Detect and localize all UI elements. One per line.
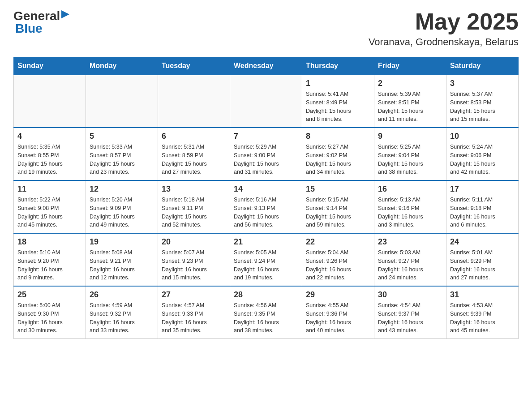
day-info: Sunrise: 5:05 AM Sunset: 9:24 PM Dayligh… [234,248,298,282]
day-number: 16 [378,184,442,194]
calendar-week-row-2: 4Sunrise: 5:35 AM Sunset: 8:55 PM Daylig… [14,128,519,180]
title-section: May 2025 Voranava, Grodnenskaya, Belarus [369,9,519,48]
day-info: Sunrise: 5:20 AM Sunset: 9:09 PM Dayligh… [90,196,154,229]
calendar-week-row-3: 11Sunrise: 5:22 AM Sunset: 9:08 PM Dayli… [14,180,519,233]
calendar-week-row-5: 25Sunrise: 5:00 AM Sunset: 9:30 PM Dayli… [14,286,519,339]
day-number: 17 [450,184,515,194]
calendar-cell: 3Sunrise: 5:37 AM Sunset: 8:53 PM Daylig… [446,75,519,128]
calendar-cell: 31Sunrise: 4:53 AM Sunset: 9:39 PM Dayli… [446,286,519,339]
calendar-cell: 10Sunrise: 5:24 AM Sunset: 9:06 PM Dayli… [446,128,519,180]
calendar-cell: 5Sunrise: 5:33 AM Sunset: 8:57 PM Daylig… [86,128,158,180]
day-info: Sunrise: 5:08 AM Sunset: 9:21 PM Dayligh… [90,248,154,282]
day-info: Sunrise: 5:10 AM Sunset: 9:20 PM Dayligh… [17,248,82,282]
calendar-cell: 25Sunrise: 5:00 AM Sunset: 9:30 PM Dayli… [14,286,86,339]
day-info: Sunrise: 5:16 AM Sunset: 9:13 PM Dayligh… [234,196,298,229]
calendar-cell: 19Sunrise: 5:08 AM Sunset: 9:21 PM Dayli… [86,233,158,286]
calendar-cell: 23Sunrise: 5:03 AM Sunset: 9:27 PM Dayli… [374,233,446,286]
calendar-header-tuesday: Tuesday [158,57,230,75]
day-info: Sunrise: 4:54 AM Sunset: 9:37 PM Dayligh… [378,301,442,335]
calendar-cell: 1Sunrise: 5:41 AM Sunset: 8:49 PM Daylig… [302,75,374,128]
day-number: 20 [162,237,226,247]
day-number: 7 [234,132,298,141]
day-number: 14 [234,184,298,194]
day-number: 1 [306,79,370,88]
logo: General Blue [13,9,69,36]
calendar-cell [86,75,158,128]
day-info: Sunrise: 5:33 AM Sunset: 8:57 PM Dayligh… [90,143,154,176]
day-info: Sunrise: 5:35 AM Sunset: 8:55 PM Dayligh… [17,143,82,176]
day-number: 26 [90,290,154,300]
page-header: General Blue May 2025 Voranava, Grodnens… [13,9,519,48]
calendar-cell: 16Sunrise: 5:13 AM Sunset: 9:16 PM Dayli… [374,180,446,233]
calendar-cell: 21Sunrise: 5:05 AM Sunset: 9:24 PM Dayli… [230,233,302,286]
day-number: 28 [234,290,298,300]
day-number: 24 [450,237,515,247]
day-info: Sunrise: 5:15 AM Sunset: 9:14 PM Dayligh… [306,196,370,229]
logo-arrow-icon [61,10,69,20]
calendar-cell: 8Sunrise: 5:27 AM Sunset: 9:02 PM Daylig… [302,128,374,180]
day-number: 10 [450,132,515,141]
day-number: 19 [90,237,154,247]
calendar-cell: 6Sunrise: 5:31 AM Sunset: 8:59 PM Daylig… [158,128,230,180]
day-number: 4 [17,132,82,141]
calendar-cell: 18Sunrise: 5:10 AM Sunset: 9:20 PM Dayli… [14,233,86,286]
day-info: Sunrise: 5:25 AM Sunset: 9:04 PM Dayligh… [378,143,442,176]
day-number: 13 [162,184,226,194]
calendar-cell: 15Sunrise: 5:15 AM Sunset: 9:14 PM Dayli… [302,180,374,233]
day-info: Sunrise: 5:31 AM Sunset: 8:59 PM Dayligh… [162,143,226,176]
calendar-cell: 13Sunrise: 5:18 AM Sunset: 9:11 PM Dayli… [158,180,230,233]
day-info: Sunrise: 5:27 AM Sunset: 9:02 PM Dayligh… [306,143,370,176]
day-number: 27 [162,290,226,300]
day-info: Sunrise: 5:22 AM Sunset: 9:08 PM Dayligh… [17,196,82,229]
calendar-table: SundayMondayTuesdayWednesdayThursdayFrid… [13,57,519,339]
day-info: Sunrise: 5:00 AM Sunset: 9:30 PM Dayligh… [17,301,82,335]
calendar-cell: 24Sunrise: 5:01 AM Sunset: 9:29 PM Dayli… [446,233,519,286]
day-info: Sunrise: 5:41 AM Sunset: 8:49 PM Dayligh… [306,90,370,124]
day-info: Sunrise: 4:55 AM Sunset: 9:36 PM Dayligh… [306,301,370,335]
calendar-cell: 4Sunrise: 5:35 AM Sunset: 8:55 PM Daylig… [14,128,86,180]
day-info: Sunrise: 5:07 AM Sunset: 9:23 PM Dayligh… [162,248,226,282]
day-number: 8 [306,132,370,141]
calendar-cell: 17Sunrise: 5:11 AM Sunset: 9:18 PM Dayli… [446,180,519,233]
month-year-heading: May 2025 [369,9,519,34]
calendar-cell: 7Sunrise: 5:29 AM Sunset: 9:00 PM Daylig… [230,128,302,180]
day-number: 21 [234,237,298,247]
calendar-cell: 12Sunrise: 5:20 AM Sunset: 9:09 PM Dayli… [86,180,158,233]
day-info: Sunrise: 5:01 AM Sunset: 9:29 PM Dayligh… [450,248,515,282]
day-number: 2 [378,79,442,88]
calendar-week-row-1: 1Sunrise: 5:41 AM Sunset: 8:49 PM Daylig… [14,75,519,128]
calendar-cell: 14Sunrise: 5:16 AM Sunset: 9:13 PM Dayli… [230,180,302,233]
day-info: Sunrise: 5:04 AM Sunset: 9:26 PM Dayligh… [306,248,370,282]
day-info: Sunrise: 5:29 AM Sunset: 9:00 PM Dayligh… [234,143,298,176]
calendar-cell: 26Sunrise: 4:59 AM Sunset: 9:32 PM Dayli… [86,286,158,339]
location-text: Voranava, Grodnenskaya, Belarus [369,36,519,48]
calendar-cell: 27Sunrise: 4:57 AM Sunset: 9:33 PM Dayli… [158,286,230,339]
calendar-cell: 30Sunrise: 4:54 AM Sunset: 9:37 PM Dayli… [374,286,446,339]
day-info: Sunrise: 5:37 AM Sunset: 8:53 PM Dayligh… [450,90,515,124]
day-number: 25 [17,290,82,300]
calendar-header-sunday: Sunday [14,57,86,75]
calendar-cell [14,75,86,128]
day-info: Sunrise: 5:18 AM Sunset: 9:11 PM Dayligh… [162,196,226,229]
day-number: 15 [306,184,370,194]
calendar-header-row: SundayMondayTuesdayWednesdayThursdayFrid… [14,57,519,75]
calendar-header-thursday: Thursday [302,57,374,75]
calendar-cell: 2Sunrise: 5:39 AM Sunset: 8:51 PM Daylig… [374,75,446,128]
day-number: 29 [306,290,370,300]
day-info: Sunrise: 5:13 AM Sunset: 9:16 PM Dayligh… [378,196,442,229]
day-number: 31 [450,290,515,300]
day-number: 11 [17,184,82,194]
day-info: Sunrise: 4:59 AM Sunset: 9:32 PM Dayligh… [90,301,154,335]
day-info: Sunrise: 5:24 AM Sunset: 9:06 PM Dayligh… [450,143,515,176]
day-info: Sunrise: 4:57 AM Sunset: 9:33 PM Dayligh… [162,301,226,335]
calendar-cell: 9Sunrise: 5:25 AM Sunset: 9:04 PM Daylig… [374,128,446,180]
day-info: Sunrise: 4:53 AM Sunset: 9:39 PM Dayligh… [450,301,515,335]
day-number: 23 [378,237,442,247]
calendar-cell [230,75,302,128]
day-number: 3 [450,79,515,88]
day-info: Sunrise: 4:56 AM Sunset: 9:35 PM Dayligh… [234,301,298,335]
logo-blue-text: Blue [15,21,69,36]
calendar-week-row-4: 18Sunrise: 5:10 AM Sunset: 9:20 PM Dayli… [14,233,519,286]
calendar-cell: 29Sunrise: 4:55 AM Sunset: 9:36 PM Dayli… [302,286,374,339]
svg-marker-0 [61,10,69,18]
